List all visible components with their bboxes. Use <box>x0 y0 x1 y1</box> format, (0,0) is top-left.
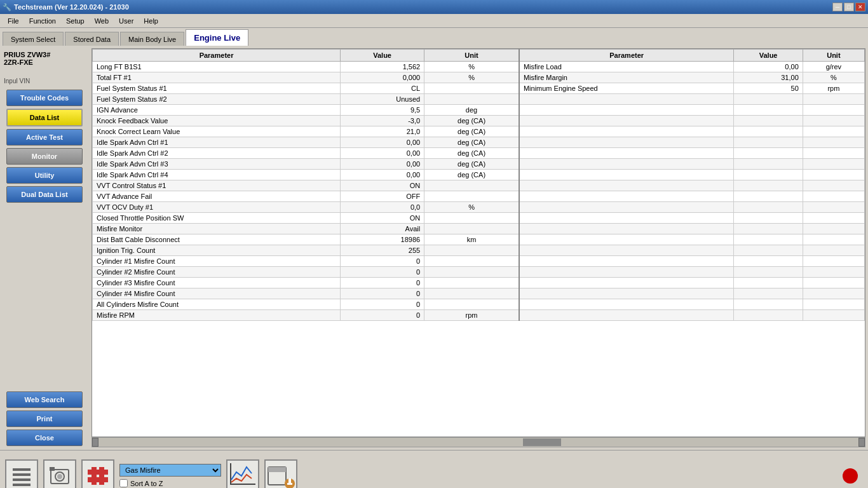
utility-button[interactable]: Utility <box>6 167 83 184</box>
svg-point-7 <box>57 474 62 479</box>
unit1-cell <box>424 180 519 191</box>
param2-cell <box>519 137 734 148</box>
minimize-button[interactable]: ─ <box>832 3 843 11</box>
val2-cell <box>734 278 803 288</box>
param2-cell <box>519 310 734 321</box>
tab-main-body-live[interactable]: Main Body Live <box>120 32 184 46</box>
active-test-button[interactable]: Active Test <box>6 129 83 146</box>
val2-cell <box>734 191 803 202</box>
snapshot2-button[interactable] <box>264 459 297 489</box>
data-table-container[interactable]: Parameter Value Unit Parameter Value Uni… <box>92 48 865 437</box>
web-search-button[interactable]: Web Search <box>6 391 83 408</box>
unit1-cell <box>424 256 519 267</box>
table-row: Fuel System Status #1 CL Minimum Engine … <box>93 83 865 94</box>
close-button[interactable]: Close <box>6 430 83 446</box>
unit2-cell <box>803 256 864 267</box>
unit2-cell <box>803 267 864 278</box>
param2-cell <box>519 278 734 288</box>
svg-rect-13 <box>230 463 231 485</box>
val1-cell: 9,5 <box>341 105 424 116</box>
unit1-cell: rpm <box>424 310 519 321</box>
val2-cell <box>734 180 803 191</box>
val1-cell: 0 <box>341 310 424 321</box>
val2-cell <box>734 148 803 159</box>
val1-cell: 0,0 <box>341 202 424 213</box>
unit1-cell: deg (CA) <box>424 170 519 180</box>
chart-button[interactable] <box>226 459 259 489</box>
param1-cell: Cylinder #2 Misfire Count <box>93 267 341 278</box>
val1-cell: 0,00 <box>341 137 424 148</box>
table-row: VVT Control Status #1 ON <box>93 180 865 191</box>
snapshot-button[interactable] <box>43 459 76 489</box>
sort-az-checkbox[interactable] <box>119 479 128 487</box>
svg-rect-15 <box>268 467 286 472</box>
param2-cell <box>519 213 734 224</box>
unit1-cell: % <box>424 202 519 213</box>
param2-cell <box>519 267 734 278</box>
unit2-cell <box>803 278 864 288</box>
val1-cell: 255 <box>341 245 424 256</box>
menu-file[interactable]: File <box>3 16 24 26</box>
unit1-cell: deg (CA) <box>424 148 519 159</box>
param2-cell <box>519 288 734 299</box>
col-header-param2: Parameter <box>519 50 734 62</box>
menu-web[interactable]: Web <box>90 16 114 26</box>
param2-cell <box>519 256 734 267</box>
val2-cell <box>734 105 803 116</box>
table-row: Cylinder #3 Misfire Count 0 <box>93 278 865 288</box>
col-header-unit1: Unit <box>424 50 519 62</box>
svg-rect-9 <box>88 477 108 482</box>
param2-cell <box>519 148 734 159</box>
table-row: VVT OCV Duty #1 0,0 % <box>93 202 865 213</box>
data-list-button[interactable]: Data List <box>6 109 83 126</box>
menu-help[interactable]: Help <box>139 16 163 26</box>
col-header-val2: Value <box>734 50 803 62</box>
menu-setup[interactable]: Setup <box>61 16 90 26</box>
val1-cell: CL <box>341 83 424 94</box>
gas-misfire-dropdown[interactable]: Gas Misfire Engine Fuel System <box>119 464 221 477</box>
table-row: Knock Correct Learn Value 21,0 deg (CA) <box>93 126 865 137</box>
horizontal-scrollbar[interactable] <box>92 437 865 447</box>
record-button[interactable] <box>81 459 114 489</box>
sort-az-label: Sort A to Z <box>130 480 163 487</box>
tab-system-select[interactable]: System Select <box>3 32 64 46</box>
table-row: Cylinder #2 Misfire Count 0 <box>93 267 865 278</box>
close-window-button[interactable]: ✕ <box>855 3 865 11</box>
param1-cell: Long FT B1S1 <box>93 62 341 72</box>
menu-user[interactable]: User <box>114 16 139 26</box>
svg-rect-12 <box>230 484 255 485</box>
tab-engine-live[interactable]: Engine Live <box>186 29 248 46</box>
unit1-cell: deg (CA) <box>424 116 519 126</box>
val2-cell <box>734 116 803 126</box>
unit1-cell: % <box>424 62 519 72</box>
unit2-cell <box>803 234 864 245</box>
record-indicator <box>843 468 858 484</box>
param1-cell: VVT Control Status #1 <box>93 180 341 191</box>
data-table: Parameter Value Unit Parameter Value Uni… <box>92 49 865 321</box>
val2-cell <box>734 245 803 256</box>
unit2-cell <box>803 137 864 148</box>
val1-cell: 0 <box>341 256 424 267</box>
dual-data-list-button[interactable]: Dual Data List <box>6 186 83 203</box>
unit2-cell <box>803 159 864 170</box>
monitor-button[interactable]: Monitor <box>6 148 83 165</box>
val2-cell <box>734 94 803 105</box>
print-button[interactable]: Print <box>6 410 83 427</box>
menu-function[interactable]: Function <box>24 16 61 26</box>
maximize-button[interactable]: □ <box>844 3 854 11</box>
unit2-cell: g/rev <box>803 62 864 72</box>
table-row: Total FT #1 0,000 % Misfire Margin 31,00… <box>93 72 865 83</box>
param1-cell: Knock Feedback Value <box>93 116 341 126</box>
param1-cell: Knock Correct Learn Value <box>93 126 341 137</box>
menu-bar: File Function Setup Web User Help <box>0 14 868 28</box>
tab-stored-data[interactable]: Stored Data <box>65 32 119 46</box>
param1-cell: Fuel System Status #1 <box>93 83 341 94</box>
svg-rect-1 <box>13 473 31 476</box>
param2-cell <box>519 116 734 126</box>
svg-rect-5 <box>50 467 55 471</box>
unit2-cell <box>803 213 864 224</box>
table-row: Cylinder #1 Misfire Count 0 <box>93 256 865 267</box>
unit2-cell: % <box>803 72 864 83</box>
list-view-button[interactable] <box>5 459 38 489</box>
trouble-codes-button[interactable]: Trouble Codes <box>6 90 83 106</box>
